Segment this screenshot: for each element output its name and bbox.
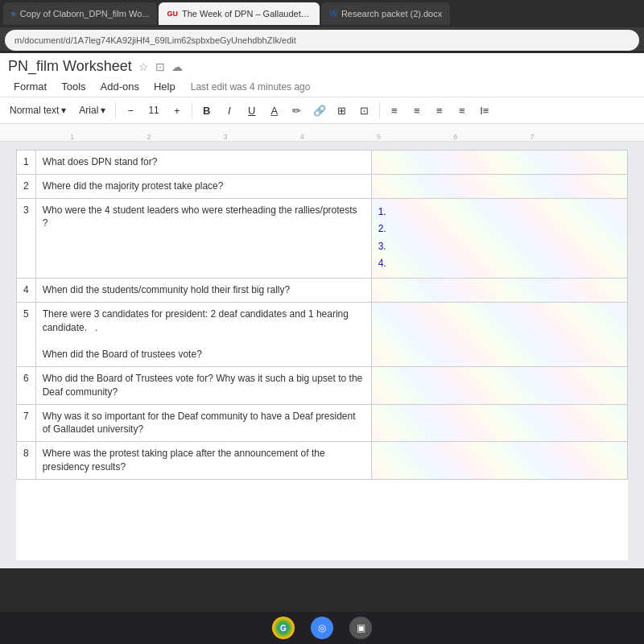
row-num-8: 8 [17,442,36,480]
address-bar[interactable]: m/document/d/1A7leg74KA92jiHf4_69ILim62s… [5,30,639,51]
italic-button[interactable]: I [220,101,239,120]
docs-menu-bar: Format Tools Add-ons Help Last edit was … [0,76,644,97]
question-cell-7[interactable]: Why was it so important for the Deaf com… [35,404,371,442]
browser-chrome: ≡ Copy of Claborn_DPN_film Wo... GU The … [0,0,644,51]
list-item-4: 4. [378,255,621,273]
taskbar-icon-2[interactable]: ◎ [311,617,333,639]
font-color-button[interactable]: A [265,101,284,120]
align-left-button[interactable]: ≡ [385,101,404,120]
row-num-7: 7 [17,404,36,442]
taskbar: G ◎ ▣ [0,612,644,644]
docs-title-bar: PN_film Worksheet ☆ ⊡ ☁ [0,53,644,76]
star-icon[interactable]: ☆ [138,60,149,73]
row-num-4: 4 [17,278,36,302]
question-text-8: Where was the protest taking place after… [43,448,325,473]
font-label: Arial [79,105,98,116]
image-button[interactable]: ⊡ [355,101,374,120]
menu-addons[interactable]: Add-ons [95,78,145,95]
style-label: Normal text [10,105,59,116]
divider-2 [192,102,192,118]
align-center-button[interactable]: ≡ [407,101,427,120]
list-item-2: 2. [378,221,621,238]
question-cell-1[interactable]: What does DPN stand for? [35,151,371,175]
menu-format[interactable]: Format [8,78,52,95]
style-dropdown-icon: ▾ [61,105,66,116]
plus-label: + [174,105,180,117]
answer-cell-2[interactable] [371,174,627,198]
row-num-6: 6 [17,366,36,404]
question-cell-8[interactable]: Where was the protest taking place after… [35,442,371,480]
question-cell-3[interactable]: Who were the 4 student leaders who were … [35,198,371,278]
tab-word[interactable]: W Research packet (2).docx [321,2,450,25]
table-row: 2 Where did the majority protest take pl… [17,174,628,198]
table-row: 8 Where was the protest taking place aft… [17,442,628,480]
font-size-minus[interactable]: − [121,101,140,120]
row-num-1: 1 [17,151,36,175]
font-dropdown-icon: ▾ [101,105,105,116]
divider-1 [115,102,116,118]
address-text: m/document/d/1A7leg74KA92jiHf4_69ILim62s… [14,35,296,45]
answer-cell-3[interactable]: 1. 2. 3. 4. [371,198,627,278]
answer-cell-5[interactable] [371,302,627,366]
question-cell-5[interactable]: There were 3 candidates for president: 2… [35,302,371,366]
ruler: 1 2 3 4 5 6 7 [0,124,644,142]
docs-ui: PN_film Worksheet ☆ ⊡ ☁ Format Tools Add… [0,53,644,142]
menu-tools[interactable]: Tools [56,78,91,95]
answer-cell-7[interactable] [371,404,627,442]
bold-label: B [203,105,210,117]
font-size-value: 11 [148,105,159,116]
question-cell-2[interactable]: Where did the majority protest take plac… [35,174,371,198]
underline-label: U [248,105,255,117]
drive-icon[interactable]: ⊡ [155,60,165,73]
align-right-button[interactable]: ≡ [430,101,449,120]
table-row: 7 Why was it so important for the Deaf c… [17,404,628,442]
table-row: 1 What does DPN stand for? [17,151,628,175]
style-selector[interactable]: Normal text ▾ [5,100,71,121]
menu-help[interactable]: Help [148,78,181,95]
underline-button[interactable]: U [242,101,262,120]
row-num-3: 3 [17,198,36,278]
last-edit-text: Last edit was 4 minutes ago [191,81,311,93]
font-size-display[interactable]: 11 [143,100,163,121]
question-text-6: Who did the Board of Trustees vote for? … [43,373,363,398]
divider-3 [379,102,380,118]
cloud-icon[interactable]: ☁ [171,60,183,73]
table-row: 5 There were 3 candidates for president:… [17,302,628,366]
word-tab-icon: W [329,10,336,19]
tab-docs[interactable]: ≡ Copy of Claborn_DPN_film Wo... [3,2,157,25]
question-text-2: Where did the majority protest take plac… [43,180,224,192]
google-icon[interactable]: G [272,617,295,639]
comment-button[interactable]: ⊞ [332,101,352,120]
italic-label: I [228,105,231,117]
line-spacing-button[interactable]: I≡ [475,101,494,120]
font-color-label: A [270,105,278,117]
gallaudet-tab-icon: GU [167,10,178,18]
font-size-plus[interactable]: + [167,101,187,120]
taskbar-icon-3[interactable]: ▣ [349,617,372,639]
link-button[interactable]: 🔗 [310,101,329,120]
answer-cell-4[interactable] [371,278,627,302]
font-selector[interactable]: Arial ▾ [74,100,110,121]
answer-cell-6[interactable] [371,366,627,404]
list-item-1: 1. [378,204,621,221]
row-num-5: 5 [17,302,36,366]
tab-gallaudet[interactable]: GU The Week of DPN – Gallaudet U... [159,2,320,25]
docs-title: PN_film Worksheet [8,58,132,75]
question-text-7: Why was it so important for the Deaf com… [43,411,356,436]
question-cell-6[interactable]: Who did the Board of Trustees vote for? … [35,366,371,404]
list-item-3: 3. [378,238,621,256]
row-num-2: 2 [17,174,36,198]
tab-docs-label: Copy of Claborn_DPN_film Wo... [20,9,150,19]
highlight-button[interactable]: ✏ [287,101,307,120]
minus-label: − [128,105,134,117]
question-text-5b: When did the Board of trustees vote? [43,349,202,360]
docs-tab-icon: ≡ [11,10,16,19]
question-cell-4[interactable]: When did the students/community hold the… [35,278,371,302]
doc-page: 1 What does DPN stand for? 2 Where did t… [16,150,628,560]
answer-cell-8[interactable] [371,442,627,480]
question-text-1: What does DPN stand for? [43,156,158,167]
answer-cell-1[interactable] [371,151,627,175]
table-row: 6 Who did the Board of Trustees vote for… [17,366,628,404]
align-justify-button[interactable]: ≡ [452,101,472,120]
bold-button[interactable]: B [197,101,217,120]
